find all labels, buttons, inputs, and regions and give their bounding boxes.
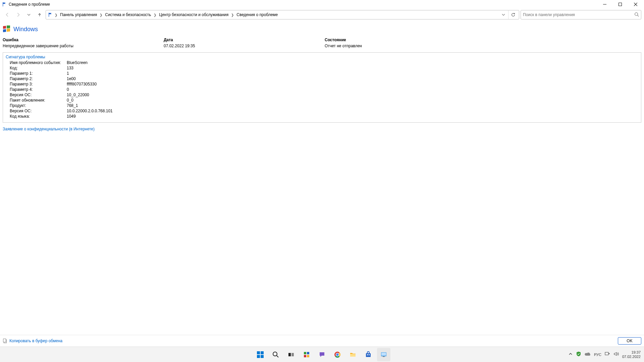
copy-icon <box>3 339 7 343</box>
svg-rect-7 <box>3 339 6 342</box>
svg-rect-8 <box>257 351 260 354</box>
recent-dropdown[interactable] <box>24 10 34 19</box>
svg-point-12 <box>273 352 277 356</box>
signature-value: 0 <box>67 87 69 92</box>
signature-value: 1049 <box>67 114 76 119</box>
chrome-button[interactable] <box>331 348 344 361</box>
signature-key: Версия ОС: <box>10 108 67 114</box>
signature-row: Версия ОС:10.0.22000.2.0.0.768.101 <box>6 108 638 114</box>
back-button[interactable] <box>3 10 12 19</box>
summary-grid: Ошибка Дата Состояние Непредвиденное зав… <box>3 38 641 52</box>
search-box[interactable] <box>521 10 641 19</box>
svg-rect-13 <box>288 353 291 356</box>
breadcrumb-item[interactable]: Панель управления <box>59 12 98 18</box>
summary-date-value: 07.02.2022 19:35 <box>164 44 325 48</box>
chat-button[interactable] <box>315 348 329 361</box>
tray-overflow-icon[interactable] <box>569 352 573 357</box>
svg-rect-26 <box>369 354 370 355</box>
privacy-link[interactable]: Заявление о конфиденциальности (в Интерн… <box>3 127 95 131</box>
svg-rect-30 <box>605 352 608 355</box>
signature-row: Имя проблемного события:BlueScreen <box>6 60 638 65</box>
flag-icon <box>2 2 7 7</box>
chevron-right-icon[interactable]: ❯ <box>54 13 58 17</box>
breadcrumb-item[interactable]: Сведения о проблеме <box>235 12 279 18</box>
copy-to-clipboard-link[interactable]: Копировать в буфер обмена <box>9 339 62 343</box>
signature-row: Код:133 <box>6 65 638 71</box>
signature-row: Параметр 3:fffff80707305330 <box>6 81 638 87</box>
problem-signature-box: Сигнатура проблемы Имя проблемного событ… <box>3 52 641 123</box>
refresh-button[interactable] <box>508 10 518 19</box>
signature-row: Версия ОС:10_0_22000 <box>6 92 638 98</box>
clock-time: 19:37 <box>622 350 641 355</box>
clock-date: 07.02.2022 <box>622 355 641 359</box>
store-button[interactable] <box>362 348 375 361</box>
signature-row: Код языка:1049 <box>6 114 638 119</box>
address-dropdown[interactable] <box>499 10 507 19</box>
svg-rect-3 <box>7 25 10 28</box>
svg-rect-9 <box>261 351 264 354</box>
chevron-right-icon[interactable]: ❯ <box>230 13 234 17</box>
svg-rect-29 <box>383 356 385 357</box>
close-button[interactable] <box>628 0 643 9</box>
svg-rect-25 <box>367 354 368 355</box>
signature-value: 1 <box>67 71 69 76</box>
svg-rect-24 <box>366 353 371 357</box>
privacy-link-row: Заявление о конфиденциальности (в Интерн… <box>3 127 641 131</box>
up-button[interactable] <box>35 10 44 19</box>
search-taskbar-button[interactable] <box>269 348 282 361</box>
onedrive-icon[interactable] <box>585 352 591 357</box>
windows-logo-icon <box>3 25 11 33</box>
svg-rect-18 <box>307 355 309 357</box>
signature-key: Имя проблемного события: <box>10 60 67 65</box>
svg-rect-15 <box>304 352 306 354</box>
signature-row: Параметр 4:0 <box>6 87 638 92</box>
svg-rect-0 <box>619 3 622 6</box>
clock[interactable]: 19:37 07.02.2022 <box>622 350 642 359</box>
signature-key: Параметр 1: <box>10 71 67 76</box>
svg-rect-28 <box>381 353 386 356</box>
forward-button[interactable] <box>13 10 23 19</box>
signature-key: Параметр 4: <box>10 87 67 92</box>
search-icon[interactable] <box>634 12 639 18</box>
signature-key: Параметр 2: <box>10 76 67 81</box>
summary-error-value: Непредвиденное завершение работы <box>3 44 164 48</box>
breadcrumb-item[interactable]: Система и безопасность <box>104 12 152 18</box>
volume-icon[interactable] <box>613 352 619 357</box>
svg-point-1 <box>635 12 638 15</box>
signature-value: 768_1 <box>67 103 78 108</box>
signature-value: 0_0 <box>67 98 73 103</box>
signature-value: BlueScreen <box>67 60 88 65</box>
search-input[interactable] <box>523 12 634 17</box>
signature-row: Продукт:768_1 <box>6 103 638 108</box>
taskbar: РУС 19:37 07.02.2022 <box>0 347 644 362</box>
address-bar[interactable]: ❯ Панель управления ❯ Система и безопасн… <box>46 10 519 19</box>
breadcrumb-item[interactable]: Центр безопасности и обслуживания <box>158 12 230 18</box>
start-button[interactable] <box>254 348 267 361</box>
signature-row: Пакет обновления:0_0 <box>6 98 638 103</box>
file-explorer-button[interactable] <box>346 348 360 361</box>
task-view-button[interactable] <box>284 348 298 361</box>
signature-value: 10_0_22000 <box>67 92 89 98</box>
maximize-button[interactable] <box>612 0 628 9</box>
nav-row: ❯ Панель управления ❯ Система и безопасн… <box>0 9 644 21</box>
title-bar: Сведения о проблеме <box>0 0 644 9</box>
widgets-button[interactable] <box>300 348 313 361</box>
ok-button[interactable]: OK <box>618 337 641 345</box>
control-panel-taskbar-button[interactable] <box>377 348 390 361</box>
security-icon[interactable] <box>576 351 581 358</box>
svg-rect-11 <box>261 355 264 358</box>
chevron-right-icon[interactable]: ❯ <box>153 13 157 17</box>
summary-error-label: Ошибка <box>3 38 164 42</box>
signature-value: 10.0.22000.2.0.0.768.101 <box>67 108 113 114</box>
app-name: Windows <box>13 26 38 33</box>
signature-key: Параметр 3: <box>10 81 67 87</box>
signature-key: Код: <box>10 65 67 71</box>
svg-rect-10 <box>257 355 260 358</box>
summary-state-label: Состояние <box>325 38 641 42</box>
network-icon[interactable] <box>605 352 610 357</box>
language-indicator[interactable]: РУС <box>594 353 601 357</box>
minimize-button[interactable] <box>597 0 612 9</box>
chevron-right-icon[interactable]: ❯ <box>99 13 103 17</box>
system-tray: РУС 19:37 07.02.2022 <box>569 350 642 359</box>
content-area: Windows Ошибка Дата Состояние Непредвиде… <box>0 21 644 131</box>
